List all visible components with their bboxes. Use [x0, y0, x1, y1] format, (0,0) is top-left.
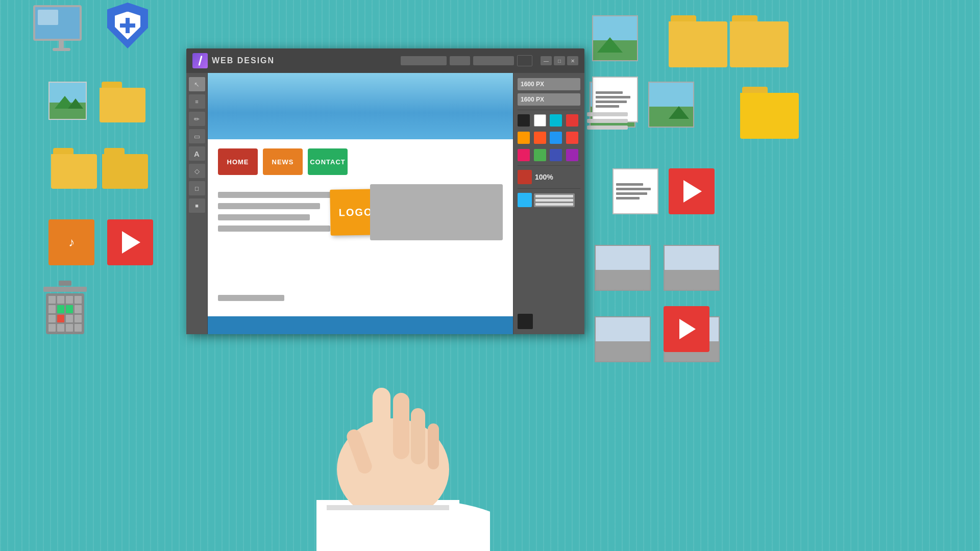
maximize-button[interactable]: □ — [554, 56, 565, 65]
nav-home-btn[interactable]: HOME — [218, 148, 258, 175]
doc-line — [616, 192, 647, 195]
nav-contact-btn[interactable]: CONTACT — [308, 148, 348, 175]
diamond-tool[interactable]: ◇ — [189, 164, 205, 178]
play-triangle — [683, 180, 702, 203]
trash-cell — [66, 315, 73, 322]
panel-icons-row — [518, 193, 580, 207]
panel-divider-1 — [518, 110, 580, 110]
shield-shape — [107, 3, 148, 48]
trash-cell — [75, 305, 82, 313]
folder-icon-3[interactable] — [102, 148, 148, 189]
image-icon-1[interactable] — [48, 82, 87, 120]
height-input[interactable]: 1600 PX — [518, 93, 580, 106]
svg-rect-9 — [327, 505, 449, 510]
mockup-footer — [208, 316, 513, 334]
cursor-tool[interactable]: ↖ — [189, 77, 205, 91]
panel-black-square — [518, 314, 533, 329]
music-icon[interactable]: ♪ — [48, 219, 94, 265]
fill-tool[interactable]: ■ — [189, 198, 205, 213]
panel-list-icon — [534, 193, 575, 207]
right-panel: 1600 PX 1600 PX — [513, 73, 584, 334]
swatch-cyan[interactable] — [550, 114, 562, 127]
toolbar-bar-3 — [473, 56, 514, 65]
folder-tab — [104, 148, 125, 154]
list-line — [535, 203, 573, 206]
width-input[interactable]: 1600 PX — [518, 78, 580, 90]
monitor-base — [53, 48, 70, 51]
minimize-button[interactable]: — — [541, 56, 552, 65]
color-palette-3 — [518, 149, 580, 161]
window-controls: — □ ✕ — [541, 56, 578, 65]
color-palette-1 — [518, 114, 580, 127]
folder-icon-right-1[interactable] — [669, 15, 727, 67]
lines-tool[interactable]: ≡ — [189, 94, 205, 109]
list-line — [535, 195, 573, 197]
monitor-icon — [33, 5, 89, 56]
swatch-pink[interactable] — [518, 149, 530, 161]
type-tool[interactable]: A — [189, 146, 205, 161]
pencil-tool[interactable]: ✏ — [189, 112, 205, 126]
doc-line — [616, 188, 651, 190]
play-icon-1[interactable] — [669, 168, 715, 214]
doc-line — [596, 96, 630, 98]
website-mockup: HOME NEWS CONTACT LOGO — [208, 73, 513, 334]
trash-lid — [43, 287, 87, 292]
trash-cell — [75, 324, 82, 332]
monitor-stand — [59, 41, 64, 48]
trash-body — [46, 293, 84, 334]
folder-icon-right-3[interactable] — [740, 87, 799, 139]
document-icon-2[interactable] — [612, 168, 658, 214]
folder-body — [740, 93, 799, 139]
swatch-green[interactable] — [534, 149, 546, 161]
svg-point-2 — [337, 418, 449, 520]
nav-news-btn[interactable]: NEWS — [263, 148, 303, 175]
folder-icon-right-2[interactable] — [730, 15, 789, 67]
trash-cell — [57, 324, 64, 332]
app-icon-slash — [198, 56, 202, 66]
rect-tool[interactable]: ▭ — [189, 129, 205, 143]
doc-line — [616, 197, 640, 199]
trash-cell — [48, 324, 56, 332]
swatch-red-1[interactable] — [566, 114, 578, 127]
swatch-black[interactable] — [518, 114, 530, 127]
swatch-indigo[interactable] — [550, 149, 562, 161]
left-toolbar: ↖ ≡ ✏ ▭ A ◇ ◻ ■ — [186, 73, 208, 334]
folder-icon-1[interactable] — [100, 82, 145, 122]
toolbar-bar-2 — [450, 56, 470, 65]
content-line-1 — [218, 192, 340, 198]
window-title: WEB DESIGN — [212, 56, 397, 65]
dimension-inputs: 1600 PX 1600 PX — [518, 78, 580, 106]
zoom-red-box — [518, 170, 532, 184]
color-palette-2 — [518, 132, 580, 144]
canvas-area[interactable]: HOME NEWS CONTACT LOGO — [208, 73, 513, 334]
content-gray-box — [370, 184, 503, 240]
play-icon-left[interactable] — [107, 219, 153, 265]
line-3 — [587, 126, 628, 130]
image-icon-2[interactable] — [592, 15, 638, 61]
svg-rect-7 — [345, 428, 374, 475]
panel-icon-cyan[interactable] — [518, 193, 532, 207]
image-icon-4[interactable] — [648, 82, 694, 128]
svg-rect-1 — [316, 500, 459, 551]
swatch-orange[interactable] — [518, 132, 530, 144]
folder-body — [730, 21, 789, 67]
mockup-content: LOGO — [208, 184, 513, 316]
eraser-tool[interactable]: ◻ — [189, 181, 205, 195]
gray-image-1 — [595, 245, 651, 291]
swatch-purple[interactable] — [566, 149, 578, 161]
close-button[interactable]: ✕ — [567, 56, 578, 65]
toolbar-color-btn[interactable] — [517, 55, 532, 66]
line-1 — [587, 112, 628, 116]
window-titlebar: WEB DESIGN — □ ✕ — [186, 48, 584, 73]
folder-icon-2[interactable] — [51, 148, 97, 189]
app-icon — [192, 53, 208, 68]
shield-icon — [107, 3, 148, 48]
swatch-blue[interactable] — [550, 132, 562, 144]
play-triangle-2 — [679, 319, 696, 339]
swatch-deep-orange[interactable] — [534, 132, 546, 144]
trash-cell — [66, 296, 73, 304]
swatch-red-2[interactable] — [566, 132, 578, 144]
play-icon-2[interactable] — [664, 306, 709, 352]
trash-icon[interactable] — [43, 281, 87, 334]
swatch-white[interactable] — [534, 114, 546, 127]
